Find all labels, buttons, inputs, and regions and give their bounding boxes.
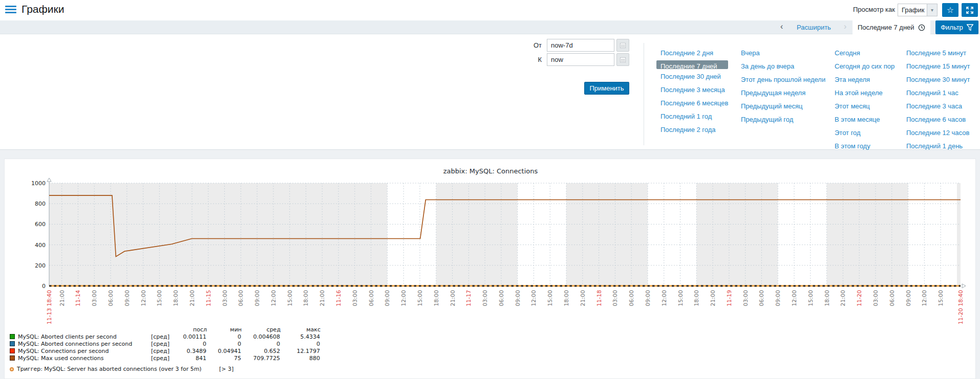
x-tick-time-label: 03:00 <box>482 290 488 306</box>
to-calendar-button[interactable] <box>616 53 629 66</box>
x-tick-time-label: 12:00 <box>140 290 147 306</box>
quick-range-link[interactable]: Последний 1 день <box>906 142 970 150</box>
x-tick-time-label: 18:00 <box>693 290 700 306</box>
quick-range-link[interactable]: Последние 2 дня <box>661 49 728 57</box>
quick-ranges-column-4: Последние 5 минутПоследние 15 минутПосле… <box>906 49 970 150</box>
quick-range-link[interactable]: Предыдущая неделя <box>741 88 825 97</box>
hamburger-menu-icon[interactable] <box>5 6 16 14</box>
series-function: [сред] <box>151 341 177 347</box>
series-function: [сред] <box>151 348 177 354</box>
x-tick-time-label: 12:00 <box>791 290 798 306</box>
view-as-select[interactable]: График ▾ <box>898 4 938 16</box>
quick-range-link[interactable]: Последние 5 минут <box>906 49 970 57</box>
x-tick-time-label: 21:00 <box>59 290 66 306</box>
series-min: 0.04941 <box>206 348 241 354</box>
quick-range-link[interactable]: Предыдущий год <box>741 115 825 124</box>
series-min: 0 <box>206 341 241 347</box>
quick-range-link[interactable]: Последний 1 год <box>661 112 728 121</box>
x-tick-date-label: 11-20 <box>856 290 863 306</box>
quick-range-link[interactable]: Последние 3 месяца <box>661 85 728 94</box>
x-tick-time-label: 15:00 <box>156 290 163 306</box>
quick-range-link[interactable]: За день до вчера <box>741 62 825 71</box>
filter-button[interactable]: Фильтр <box>935 20 978 34</box>
x-tick-time-label: 06:00 <box>238 290 244 306</box>
chevron-left-icon[interactable]: ‹ <box>780 22 783 31</box>
apply-button[interactable]: Применить <box>584 82 629 95</box>
quick-range-link[interactable]: Последние 30 минут <box>906 75 970 84</box>
quick-range-link[interactable]: Этот месяц <box>835 102 894 110</box>
quick-range-link[interactable]: Последние 2 года <box>661 125 728 134</box>
page-title: Графики <box>22 3 64 15</box>
from-input[interactable] <box>547 39 614 52</box>
favourite-button[interactable]: ☆ <box>942 3 958 17</box>
x-axis-arrow-icon <box>962 284 966 288</box>
quick-range-link[interactable]: Вчера <box>741 49 825 57</box>
x-tick-time-label: 15:00 <box>287 290 293 306</box>
legend-header-min: мин <box>207 326 242 333</box>
series-avg: 0.652 <box>241 348 280 354</box>
series-min: 0 <box>206 333 241 340</box>
x-tick-time-label: 09:00 <box>124 290 131 306</box>
x-tick-time-label: 12:00 <box>400 290 407 306</box>
quick-range-link[interactable]: Этот день прошлой недели <box>741 75 825 84</box>
filter-funnel-icon <box>967 24 973 31</box>
quick-range-link[interactable]: На этой неделе <box>835 88 894 97</box>
x-tick-time-label: 03:00 <box>742 290 749 306</box>
quick-range-link[interactable]: Сегодня до сих пор <box>835 62 894 71</box>
series-last: 0.3489 <box>177 348 206 354</box>
quick-range-link[interactable]: Предыдущий месяц <box>741 102 825 110</box>
x-tick-time-label: 12:00 <box>530 290 537 306</box>
x-tick-time-label: 12:00 <box>921 290 928 306</box>
y-axis-arrow-icon <box>47 178 51 182</box>
series-last: 0 <box>177 341 206 347</box>
y-tick-label: 400 <box>35 242 46 249</box>
quick-range-link[interactable]: Последние 30 дней <box>661 72 728 81</box>
quick-range-link[interactable]: Последние 6 часов <box>906 115 970 124</box>
quick-range-link[interactable]: Последние 7 дней <box>656 60 728 69</box>
quick-range-link[interactable]: Последние 3 часа <box>906 102 970 110</box>
series-max: 5.4334 <box>280 333 320 340</box>
x-tick-time-label: 18:00 <box>824 290 830 306</box>
from-calendar-button[interactable] <box>616 39 629 52</box>
quick-range-link[interactable]: Этот год <box>835 128 894 137</box>
zoom-out-link[interactable]: Расширить <box>797 24 831 31</box>
to-input[interactable] <box>547 53 614 66</box>
graph-legend: посл мин сред макс MySQL: Aborted client… <box>10 326 321 372</box>
x-tick-time-label: 18:00 <box>173 290 179 306</box>
fullscreen-button[interactable] <box>962 3 978 17</box>
trigger-name: Триггер: MySQL: Server has aborted conne… <box>17 366 219 372</box>
quick-range-link[interactable]: Сегодня <box>835 49 894 57</box>
quick-range-link[interactable]: В этом месяце <box>835 115 894 124</box>
legend-header-last: посл <box>177 326 207 333</box>
x-tick-time-label: 21:00 <box>840 290 846 306</box>
x-tick-time-label: 09:00 <box>645 290 651 306</box>
series-max: 880 <box>280 355 320 362</box>
quick-range-link[interactable]: Последние 12 часов <box>906 128 970 137</box>
quick-ranges-column-3: СегодняСегодня до сих порЭта неделяНа эт… <box>835 49 894 150</box>
view-as-selected-value: График <box>898 6 927 14</box>
working-time-band <box>518 183 566 286</box>
quick-range-link[interactable]: Эта неделя <box>835 75 894 84</box>
quick-range-link[interactable]: Последние 6 месяцев <box>661 99 728 107</box>
x-tick-time-label: 03:00 <box>872 290 879 306</box>
view-as-label: Просмотр как <box>853 6 895 13</box>
y-tick-label: 1000 <box>31 180 46 187</box>
x-tick-time-label: 09:00 <box>775 290 781 306</box>
fullscreen-icon <box>966 7 973 14</box>
graph-card: 0200400600800100011-13 18:4021:0011-1403… <box>4 159 976 379</box>
series-color-swatch <box>10 341 15 346</box>
series-last: 0.00111 <box>177 333 206 340</box>
legend-row: MySQL: Connections per second[сред]0.348… <box>10 347 321 354</box>
x-tick-time-label: 18:00 <box>303 290 309 306</box>
series-avg: 0.004608 <box>241 333 280 340</box>
quick-range-link[interactable]: В этом году <box>835 142 894 150</box>
quick-range-link[interactable]: Последние 15 минут <box>906 62 970 71</box>
x-tick-time-label: 21:00 <box>189 290 196 306</box>
y-tick-label: 800 <box>35 200 46 207</box>
x-tick-time-label: 15:00 <box>807 290 814 306</box>
legend-header-max: макс <box>281 326 321 333</box>
x-tick-time-label: 06:00 <box>498 290 505 306</box>
time-range-tab[interactable]: Последние 7 дней <box>853 20 930 34</box>
x-tick-time-label: 06:00 <box>368 290 375 306</box>
quick-range-link[interactable]: Последний 1 час <box>906 88 970 97</box>
